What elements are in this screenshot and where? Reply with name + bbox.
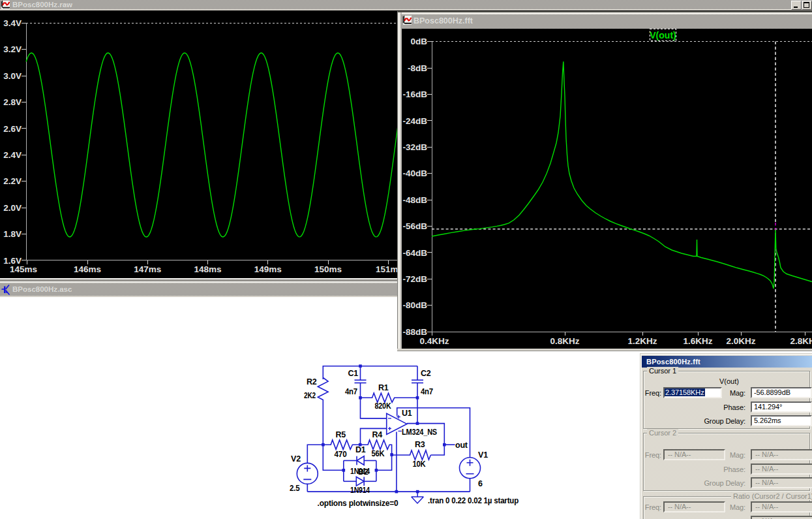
svg-text:1.8V: 1.8V [3, 229, 22, 239]
svg-text:U1: U1 [402, 409, 412, 418]
svg-text:out: out [455, 441, 468, 450]
svg-text:R1: R1 [378, 383, 389, 392]
svg-text:1.6KHz: 1.6KHz [683, 336, 712, 346]
svg-text:-72dB: -72dB [402, 274, 427, 284]
svg-text:-8dB: -8dB [408, 63, 427, 73]
svg-text:145ms: 145ms [10, 264, 37, 274]
svg-text:V1: V1 [478, 450, 488, 460]
svg-text:10K: 10K [413, 460, 426, 469]
svg-text:470: 470 [335, 450, 347, 459]
svg-text:V(out): V(out) [650, 30, 676, 40]
svg-text:.tran 0 0.22 0.02 1µ startup: .tran 0 0.22 0.02 1µ startup [428, 496, 519, 505]
svg-text:0.4KHz: 0.4KHz [419, 336, 449, 346]
svg-text:820K: 820K [375, 401, 391, 411]
svg-text:6: 6 [478, 479, 483, 488]
svg-text:2.8V: 2.8V [3, 97, 22, 107]
svg-text:148ms: 148ms [194, 264, 221, 274]
svg-text:-88dB: -88dB [402, 327, 427, 337]
svg-text:149ms: 149ms [254, 264, 282, 274]
svg-text:150ms: 150ms [314, 264, 342, 274]
svg-text:D2: D2 [358, 467, 368, 477]
svg-text:146ms: 146ms [74, 264, 101, 274]
svg-text:-48dB: -48dB [402, 195, 427, 205]
svg-text:2.0KHz: 2.0KHz [726, 336, 755, 346]
svg-text:3.4V: 3.4V [3, 18, 22, 28]
svg-text:R5: R5 [336, 430, 346, 439]
svg-text:0.8KHz: 0.8KHz [550, 336, 579, 346]
svg-text:4n7: 4n7 [345, 387, 357, 396]
svg-text:C1: C1 [348, 369, 359, 378]
svg-text:2K2: 2K2 [304, 391, 316, 400]
svg-text:2.5: 2.5 [290, 484, 300, 493]
svg-text:LM324_NS: LM324_NS [402, 428, 437, 437]
svg-text:-16dB: -16dB [402, 89, 427, 99]
svg-text:-64dB: -64dB [402, 248, 427, 258]
svg-text:1.2KHz: 1.2KHz [627, 336, 657, 346]
svg-text:V2: V2 [291, 454, 301, 464]
svg-text:R3: R3 [415, 440, 425, 449]
svg-text:R4: R4 [372, 430, 383, 439]
svg-text:D1: D1 [355, 445, 366, 454]
svg-text:56K: 56K [372, 449, 385, 458]
svg-text:C2: C2 [421, 369, 431, 378]
svg-text:2.8KHz: 2.8KHz [790, 336, 812, 346]
svg-text:-80dB: -80dB [402, 300, 427, 310]
svg-text:2.2V: 2.2V [3, 176, 22, 186]
svg-text:0dB: 0dB [410, 37, 427, 46]
svg-text:-32dB: -32dB [402, 142, 427, 152]
svg-text:-24dB: -24dB [402, 116, 427, 126]
svg-text:2.0V: 2.0V [3, 203, 22, 213]
svg-text:R2: R2 [307, 377, 317, 386]
svg-text:-56dB: -56dB [402, 221, 427, 231]
svg-text:4n7: 4n7 [421, 387, 433, 396]
svg-text:2.4V: 2.4V [3, 150, 22, 160]
svg-text:147ms: 147ms [134, 264, 161, 274]
svg-text:3.2V: 3.2V [3, 44, 22, 54]
svg-text:1N914: 1N914 [350, 486, 370, 495]
svg-text:2.6V: 2.6V [3, 124, 22, 134]
svg-text:3.0V: 3.0V [3, 71, 22, 81]
svg-text:-40dB: -40dB [402, 168, 427, 178]
svg-text:.options plotwinsize=0: .options plotwinsize=0 [318, 499, 398, 508]
